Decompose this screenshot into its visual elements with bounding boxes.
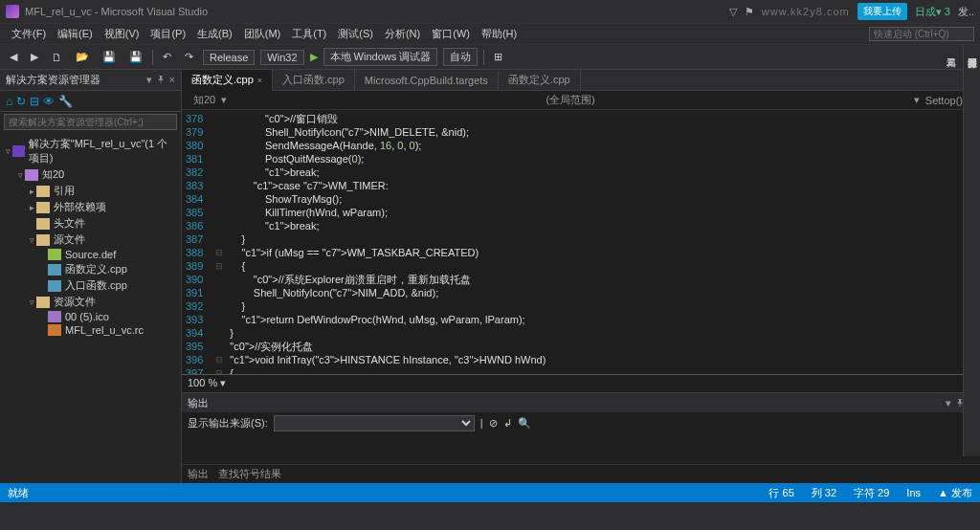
- nav-back-icon[interactable]: ◀: [6, 50, 21, 64]
- code-line[interactable]: PostQuitMessage(0);: [230, 152, 976, 166]
- code-line[interactable]: }: [230, 326, 976, 340]
- tree-row[interactable]: 入口函数.cpp: [0, 277, 181, 294]
- tree-arrow-icon[interactable]: ▿: [27, 298, 36, 307]
- code-line[interactable]: "c1">return DefWindowProc(hWnd, uMsg, wP…: [230, 313, 976, 326]
- find-icon[interactable]: 🔍: [518, 417, 531, 430]
- nav-fwd-icon[interactable]: ▶: [27, 50, 42, 64]
- editor-tab[interactable]: 函数定义.cpp: [499, 70, 581, 90]
- output-tab-findsym[interactable]: 查找符号结果: [218, 467, 281, 481]
- upload-badge[interactable]: 我要上传: [858, 3, 907, 20]
- fold-icon[interactable]: ⊟: [212, 259, 226, 273]
- tree-row[interactable]: ▿ 解决方案"MFL_rel_u_vc"(1 个项目): [0, 136, 181, 166]
- rail-toolbox[interactable]: 工具箱: [944, 51, 957, 451]
- output-body[interactable]: [182, 433, 980, 464]
- code-line[interactable]: ShowTrayMsg();: [230, 192, 976, 206]
- open-icon[interactable]: 📂: [72, 50, 93, 64]
- fold-icon[interactable]: [212, 299, 226, 313]
- menu-item[interactable]: 视图(V): [99, 25, 145, 43]
- fold-margin[interactable]: ⊟⊟⊟⊟: [212, 110, 226, 374]
- tree-arrow-icon[interactable]: ▿: [4, 146, 12, 156]
- save-all-icon[interactable]: 💾: [125, 50, 146, 64]
- quick-launch-input[interactable]: [869, 27, 974, 41]
- fold-icon[interactable]: [212, 192, 226, 206]
- fold-icon[interactable]: [212, 326, 226, 340]
- code-line[interactable]: KillTimer(hWnd, wParam);: [230, 206, 976, 219]
- clear-icon[interactable]: ⊘: [489, 417, 498, 430]
- code-line[interactable]: "c0">//窗口销毁: [230, 112, 976, 125]
- fold-icon[interactable]: [212, 206, 226, 219]
- tree-row[interactable]: MFL_rel_u_vc.rc: [0, 323, 181, 337]
- menu-item[interactable]: 编辑(E): [52, 25, 99, 43]
- save-icon[interactable]: 💾: [99, 50, 120, 64]
- tree-row[interactable]: Source.def: [0, 248, 181, 261]
- fold-icon[interactable]: [212, 179, 226, 192]
- tree-row[interactable]: ▸ 引用: [0, 183, 181, 199]
- wrap-icon[interactable]: ↲: [503, 417, 512, 430]
- tree-arrow-icon[interactable]: ▿: [27, 235, 36, 245]
- fold-icon[interactable]: [212, 112, 226, 125]
- fold-icon[interactable]: [212, 273, 226, 286]
- tree-row[interactable]: 函数定义.cpp: [0, 261, 181, 277]
- fold-icon[interactable]: [212, 152, 226, 166]
- fold-icon[interactable]: [212, 313, 226, 326]
- editor-tab[interactable]: 入口函数.cpp: [273, 70, 355, 90]
- tree-row[interactable]: ▿ 资源文件: [0, 294, 181, 310]
- menu-item[interactable]: 工具(T): [286, 25, 332, 43]
- code-line[interactable]: Shell_NotifyIcon("c7">NIM_ADD, &nid);: [230, 286, 976, 299]
- code-line[interactable]: "c1">break;: [230, 219, 976, 232]
- collapse-icon[interactable]: ⊟: [30, 95, 39, 108]
- fold-icon[interactable]: ⊟: [212, 353, 226, 366]
- tree-row[interactable]: ▸ 外部依赖项: [0, 199, 181, 215]
- tree-row[interactable]: ▿ 源文件: [0, 232, 181, 248]
- fold-icon[interactable]: [212, 286, 226, 299]
- tree-row[interactable]: 00 (5).ico: [0, 310, 181, 323]
- tree-arrow-icon[interactable]: ▿: [15, 170, 25, 180]
- config-select[interactable]: Release: [203, 50, 255, 65]
- code-line[interactable]: {: [230, 366, 976, 374]
- debug-auto[interactable]: 自动: [443, 48, 478, 66]
- menu-item[interactable]: 生成(B): [191, 25, 238, 43]
- fold-icon[interactable]: [212, 125, 226, 139]
- properties-icon[interactable]: 🔧: [58, 95, 73, 108]
- refresh-icon[interactable]: ↻: [16, 95, 26, 108]
- run-target[interactable]: 本地 Windows 调试器: [323, 48, 438, 66]
- scope-project[interactable]: 知20: [188, 93, 221, 107]
- redo-icon[interactable]: ↷: [181, 50, 197, 64]
- output-tab-output[interactable]: 输出: [188, 467, 209, 481]
- code-line[interactable]: }: [230, 232, 976, 246]
- tree-arrow-icon[interactable]: ▸: [27, 203, 36, 212]
- menu-item[interactable]: 分析(N): [379, 25, 426, 43]
- fold-icon[interactable]: [212, 166, 226, 179]
- process-icon[interactable]: ⊞: [490, 50, 506, 64]
- tree-arrow-icon[interactable]: ▸: [27, 187, 36, 196]
- feedback[interactable]: 发..: [958, 5, 974, 19]
- fold-icon[interactable]: ⊟: [212, 246, 226, 259]
- platform-select[interactable]: Win32: [260, 50, 303, 65]
- menu-item[interactable]: 测试(S): [332, 25, 379, 43]
- rail-server-explorer[interactable]: 服务器资源管理器: [965, 51, 978, 451]
- solution-search-input[interactable]: [4, 114, 177, 130]
- close-icon[interactable]: ×: [257, 76, 262, 85]
- menu-item[interactable]: 窗口(W): [426, 25, 476, 43]
- tree-row[interactable]: ▿ 知20: [0, 166, 181, 183]
- fold-icon[interactable]: [212, 232, 226, 246]
- code-line[interactable]: SendMessageA(Hande, 16, 0, 0);: [230, 139, 976, 152]
- code-line[interactable]: Shell_NotifyIcon("c7">NIM_DELETE, &nid);: [230, 125, 976, 139]
- editor-tab[interactable]: 函数定义.cpp ×: [182, 70, 273, 91]
- pin-icon[interactable]: ▾ 🖈 ×: [146, 74, 175, 86]
- fold-icon[interactable]: [212, 219, 226, 232]
- code-line[interactable]: }: [230, 299, 976, 313]
- code-line[interactable]: "c1">case "c7">WM_TIMER:: [230, 179, 976, 192]
- fold-icon[interactable]: [212, 340, 226, 353]
- menu-item[interactable]: 团队(M): [238, 25, 287, 43]
- solution-tree[interactable]: ▿ 解决方案"MFL_rel_u_vc"(1 个项目) ▿ 知20 ▸ 引用 ▸…: [0, 132, 181, 483]
- status-publish[interactable]: ▲ 发布: [938, 486, 972, 500]
- code-line[interactable]: "c0">//系统Explorer崩溃重启时，重新加载托盘: [230, 273, 976, 286]
- home-icon[interactable]: ⌂: [6, 95, 12, 108]
- editor-tab[interactable]: Microsoft.CppBuild.targets: [355, 70, 499, 90]
- flag-icon[interactable]: ⚑: [745, 6, 754, 18]
- code-line[interactable]: "c0">//实例化托盘: [230, 340, 976, 353]
- code-line[interactable]: "c1">break;: [230, 166, 976, 179]
- fold-icon[interactable]: [212, 139, 226, 152]
- undo-icon[interactable]: ↶: [159, 50, 175, 64]
